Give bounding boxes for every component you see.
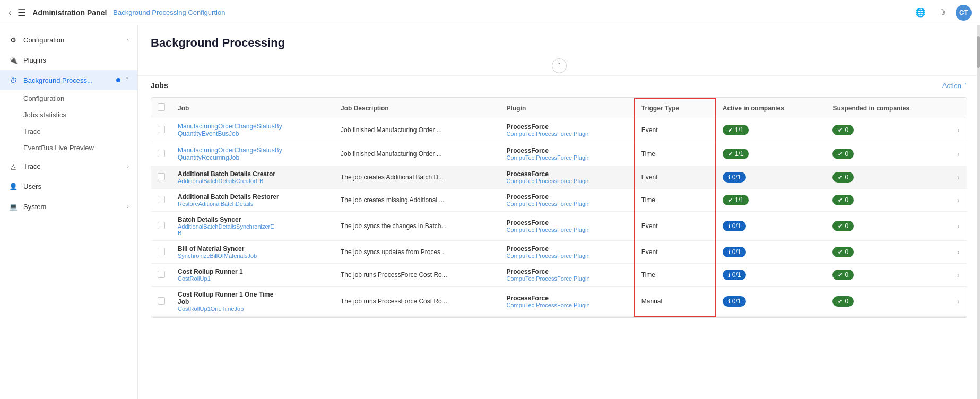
suspended-badge[interactable]: ✔ 0: [832, 172, 854, 183]
suspended-badge[interactable]: ✔ 0: [832, 125, 854, 135]
job-cell: Cost Rollup Runner 1 One TimeJobCostRoll…: [171, 287, 334, 317]
row-checkbox[interactable]: [158, 196, 165, 203]
scrollbar[interactable]: [977, 25, 980, 399]
job-name-link[interactable]: ManufacturingOrderChangeStatusByQuantity…: [178, 146, 328, 161]
plugin-sub[interactable]: CompuTec.ProcessForce.Plugin: [507, 302, 628, 308]
active-badge[interactable]: ✔ 1/1: [723, 125, 749, 135]
row-arrow-cell[interactable]: ›: [951, 189, 967, 212]
globe-icon[interactable]: 🌐: [913, 5, 928, 20]
row-arrow-cell[interactable]: ›: [951, 241, 967, 264]
row-checkbox[interactable]: [158, 222, 165, 229]
back-button[interactable]: ‹: [8, 8, 11, 18]
trigger-type: Event: [641, 174, 658, 181]
description-cell: The job syncs the changes in Batch...: [334, 212, 500, 241]
job-sub-name[interactable]: CostRollUp1: [178, 275, 328, 282]
plugin-sub[interactable]: CompuTec.ProcessForce.Plugin: [507, 154, 628, 161]
scrollbar-thumb[interactable]: [977, 36, 980, 68]
sidebar-sub-item-jobs-statistics[interactable]: Jobs statistics: [23, 107, 137, 123]
active-badge[interactable]: ℹ 0/1: [723, 172, 747, 183]
row-checkbox[interactable]: [158, 173, 165, 180]
select-all-checkbox[interactable]: [158, 103, 165, 111]
active-badge[interactable]: ✔ 1/1: [723, 195, 749, 205]
active-value: 0/1: [732, 271, 741, 279]
active-badge-icon: ✔: [728, 197, 733, 204]
sidebar-sub-item-trace[interactable]: Trace: [23, 123, 137, 140]
user-avatar[interactable]: CT: [956, 5, 972, 21]
suspended-badge[interactable]: ✔ 0: [832, 270, 854, 280]
plugin-name: ProcessForce: [507, 170, 628, 178]
trigger-type: Time: [641, 150, 655, 158]
suspended-value: 0: [845, 248, 848, 256]
suspended-badge[interactable]: ✔ 0: [832, 221, 854, 231]
row-arrow-cell[interactable]: ›: [951, 264, 967, 287]
job-name-link[interactable]: ManufacturingOrderChangeStatusByQuantity…: [178, 123, 328, 137]
topbar-actions: 🌐 ☽ CT: [913, 5, 972, 21]
job-name-bold: Cost Rollup Runner 1: [178, 268, 328, 275]
sidebar-item-system[interactable]: 💻 System ›: [0, 196, 137, 216]
active-badge[interactable]: ℹ 0/1: [723, 270, 747, 280]
row-checkbox-cell: [151, 166, 171, 189]
row-checkbox[interactable]: [158, 150, 165, 157]
scroll-down-button[interactable]: ˅: [552, 58, 567, 73]
col-active: Active in companies: [716, 98, 827, 118]
suspended-badge[interactable]: ✔ 0: [832, 195, 854, 205]
sidebar-sub-item-configuration[interactable]: Configuration: [23, 90, 137, 107]
sidebar-item-trace[interactable]: △ Trace ›: [0, 156, 137, 176]
plugin-name: ProcessForce: [507, 123, 628, 131]
plugin-sub[interactable]: CompuTec.ProcessForce.Plugin: [507, 201, 628, 207]
suspended-value: 0: [845, 150, 848, 158]
job-sub-name[interactable]: AdditionalBatchDetailsCreatorEB: [178, 178, 328, 184]
sidebar-item-users[interactable]: 👤 Users: [0, 176, 137, 196]
plugin-cell: ProcessForce CompuTec.ProcessForce.Plugi…: [500, 118, 635, 142]
sidebar-sub-item-eventbus[interactable]: EventBus Live Preview: [23, 140, 137, 156]
active-badge-icon: ✔: [728, 127, 733, 134]
suspended-value: 0: [845, 196, 848, 204]
menu-button[interactable]: ☰: [18, 7, 26, 19]
suspended-cell: ✔ 0: [826, 264, 951, 287]
job-sub-name[interactable]: RestoreAditionalBatchDetails: [178, 201, 328, 207]
plugin-sub[interactable]: CompuTec.ProcessForce.Plugin: [507, 253, 628, 259]
row-arrow-cell[interactable]: ›: [951, 212, 967, 241]
active-badge[interactable]: ✔ 1/1: [723, 149, 749, 159]
job-sub-name[interactable]: AdditionalBatchDetailsSynchronizerEB: [178, 223, 328, 236]
active-badge[interactable]: ℹ 0/1: [723, 221, 747, 231]
suspended-value: 0: [845, 222, 848, 230]
row-arrow-cell[interactable]: ›: [951, 142, 967, 166]
trigger-type: Event: [641, 222, 658, 230]
job-sub-name[interactable]: CostRollUp1OneTimeJob: [178, 306, 328, 312]
suspended-badge[interactable]: ✔ 0: [832, 149, 854, 159]
description-cell: The job runs ProcessForce Cost Ro...: [334, 287, 500, 317]
suspended-badge[interactable]: ✔ 0: [832, 296, 854, 307]
active-badge[interactable]: ℹ 0/1: [723, 296, 747, 307]
sidebar-item-plugins[interactable]: 🔌 Plugins: [0, 50, 137, 70]
chevron-right-icon: ›: [127, 203, 129, 210]
plugin-name: ProcessForce: [507, 245, 628, 253]
row-arrow-cell[interactable]: ›: [951, 118, 967, 142]
row-checkbox[interactable]: [158, 248, 165, 255]
job-cell: Cost Rollup Runner 1CostRollUp1: [171, 264, 334, 287]
system-icon: 💻: [8, 202, 18, 211]
row-checkbox[interactable]: [158, 297, 165, 305]
active-badge[interactable]: ℹ 0/1: [723, 247, 747, 257]
trigger-cell: Event: [635, 212, 716, 241]
job-sub-name[interactable]: SynchronizeBillOfMaterialsJob: [178, 253, 328, 259]
chevron-down-icon: ˅: [964, 82, 967, 90]
sidebar-item-configuration[interactable]: ⚙ Configuration ›: [0, 30, 137, 50]
plugin-sub[interactable]: CompuTec.ProcessForce.Plugin: [507, 227, 628, 233]
row-arrow-cell[interactable]: ›: [951, 166, 967, 189]
plugin-sub[interactable]: CompuTec.ProcessForce.Plugin: [507, 131, 628, 137]
active-cell: ✔ 1/1: [716, 189, 827, 212]
suspended-badge[interactable]: ✔ 0: [832, 247, 854, 257]
row-arrow-cell[interactable]: ›: [951, 287, 967, 317]
plugin-sub[interactable]: CompuTec.ProcessForce.Plugin: [507, 275, 628, 282]
row-checkbox[interactable]: [158, 271, 165, 278]
action-button[interactable]: Action ˅: [942, 82, 967, 90]
job-cell: Bill of Material SyncerSynchronizeBillOf…: [171, 241, 334, 264]
plugin-sub[interactable]: CompuTec.ProcessForce.Plugin: [507, 178, 628, 184]
sidebar-item-background-process[interactable]: ⏱ Background Process... ˅: [0, 70, 137, 90]
active-cell: ℹ 0/1: [716, 212, 827, 241]
col-trigger: Trigger Type: [635, 98, 716, 118]
dark-mode-icon[interactable]: ☽: [934, 5, 949, 20]
row-checkbox[interactable]: [158, 126, 165, 133]
action-label: Action: [942, 82, 961, 90]
